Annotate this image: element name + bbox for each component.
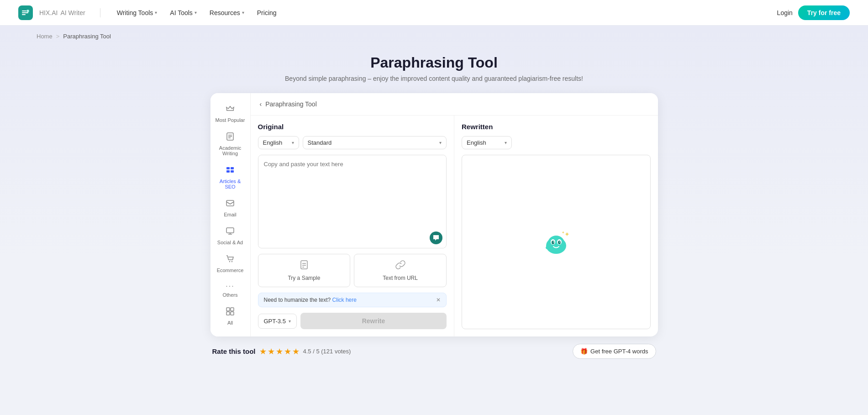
star-rating: ★ ★ ★ ★ ★ [259,347,300,357]
login-button[interactable]: Login [777,9,793,16]
mode-select[interactable]: Standard ▾ [303,136,447,149]
panel-header: ‹ Paraphrasing Tool [251,93,658,116]
sidebar-item-social-ad[interactable]: Social & Ad [213,223,247,249]
gpt4-label: Get free GPT-4 words [590,348,648,355]
text-from-url-label: Text from URL [383,275,418,281]
sidebar-item-all[interactable]: All [213,303,247,329]
breadcrumb-home[interactable]: Home [37,33,53,40]
star-2[interactable]: ★ [268,347,275,357]
original-label: Original [258,123,447,131]
tool-container: Most Popular Academic Writing [210,93,658,336]
sidebar-item-ecommerce[interactable]: Ecommerce [213,251,247,277]
email-icon [226,199,235,210]
bot-icon: ✦ ✦ [538,224,574,260]
output-language-select[interactable]: English ▾ [462,136,512,149]
editor-panels: Original English ▾ Standard ▾ [251,116,658,336]
nav-ai-tools[interactable]: AI Tools ▾ [164,5,202,20]
panel-title: Paraphrasing Tool [265,100,317,108]
svg-rect-2 [22,14,26,15]
chevron-down-icon: ▾ [505,140,507,145]
rating-left: Rate this tool ★ ★ ★ ★ ★ 4.5 / 5 (121 vo… [212,347,351,357]
bot-illustration: ✦ ✦ [538,224,574,260]
crown-icon [226,104,235,116]
svg-rect-0 [22,11,26,11]
sidebar-item-articles-seo[interactable]: Articles & SEO [213,162,247,193]
sidebar-item-others[interactable]: ··· Others [213,278,247,301]
gpt4-button[interactable]: 🎁 Get free GPT-4 words [573,344,656,359]
try-sample-label: Try a Sample [288,275,320,281]
grid-icon [226,307,235,318]
nav-actions: Login Try for free [777,5,850,20]
star-5[interactable]: ★ [292,347,300,357]
more-icon: ··· [226,282,234,290]
brand-logo[interactable]: HIX.AIAI Writer [18,5,85,20]
back-button[interactable]: ‹ [260,100,262,108]
sidebar-item-academic-writing[interactable]: Academic Writing [213,128,247,160]
svg-rect-23 [301,261,307,269]
gift-icon: 🎁 [580,348,588,355]
svg-point-18 [231,261,232,262]
svg-point-32 [558,241,561,244]
model-select[interactable]: GPT-3.5 ▾ [258,314,297,329]
main-content: Home > Paraphrasing Tool Paraphrasing To… [0,26,868,415]
cart-icon [226,254,235,266]
link-icon [395,260,405,272]
svg-rect-22 [231,312,234,315]
output-panel: Rewritten English ▾ [454,116,658,336]
input-textarea[interactable] [258,155,447,248]
rewrite-button[interactable]: Rewrite [300,313,447,329]
svg-point-17 [229,261,230,262]
svg-rect-11 [226,170,230,173]
breadcrumb-current: Paraphrasing Tool [63,33,111,40]
breadcrumb: Home > Paraphrasing Tool [18,26,850,43]
svg-point-4 [27,10,29,11]
language-select[interactable]: English ▾ [258,136,299,149]
nav-pricing[interactable]: Pricing [252,5,282,20]
star-3[interactable]: ★ [276,347,283,357]
sidebar-item-most-popular[interactable]: Most Popular [213,100,247,126]
academic-icon [226,132,235,143]
nav-divider [100,8,100,17]
output-area: ✦ ✦ [462,155,651,329]
navbar: HIX.AIAI Writer Writing Tools ▾ AI Tools… [0,0,868,26]
page-title: Paraphrasing Tool [18,43,850,75]
svg-point-31 [552,241,554,244]
nav-links: Writing Tools ▾ AI Tools ▾ Resources ▾ P… [111,5,777,20]
output-lang-row: English ▾ [462,136,651,149]
svg-text:✦: ✦ [564,231,570,238]
svg-rect-12 [231,170,234,173]
brand-name: HIX.AIAI Writer [37,9,85,17]
humanize-link[interactable]: Click here [332,297,357,303]
rate-label: Rate this tool [212,347,256,355]
star-4[interactable]: ★ [284,347,291,357]
svg-text:✦: ✦ [562,231,565,235]
svg-rect-1 [22,12,28,13]
humanize-text: Need to humanize the text? Click here [264,297,357,303]
bottom-row: GPT-3.5 ▾ Rewrite [258,313,447,329]
chevron-down-icon: ▾ [292,140,294,145]
svg-rect-13 [226,200,234,206]
svg-rect-10 [231,167,234,169]
text-from-url-button[interactable]: Text from URL [354,254,447,287]
model-value: GPT-3.5 [264,318,286,325]
svg-rect-9 [226,167,230,169]
try-for-free-button[interactable]: Try for free [798,5,850,20]
output-language-value: English [467,139,486,146]
rewritten-label: Rewritten [462,123,651,131]
rating-score: 4.5 / 5 (121 votes) [303,348,351,355]
star-1[interactable]: ★ [259,347,267,357]
articles-icon [226,165,235,177]
sidebar-item-email[interactable]: Email [213,195,247,221]
chevron-down-icon: ▾ [439,140,442,145]
breadcrumb-separator: > [56,33,60,40]
nav-resources[interactable]: Resources ▾ [204,5,250,20]
close-icon[interactable]: ✕ [436,297,441,303]
try-sample-button[interactable]: Try a Sample [258,254,351,287]
svg-point-33 [553,242,554,242]
nav-writing-tools[interactable]: Writing Tools ▾ [111,5,163,20]
svg-point-34 [559,242,560,242]
svg-rect-20 [231,308,234,311]
svg-rect-14 [226,228,234,233]
svg-rect-19 [226,308,230,311]
select-row: English ▾ Standard ▾ [258,136,447,149]
